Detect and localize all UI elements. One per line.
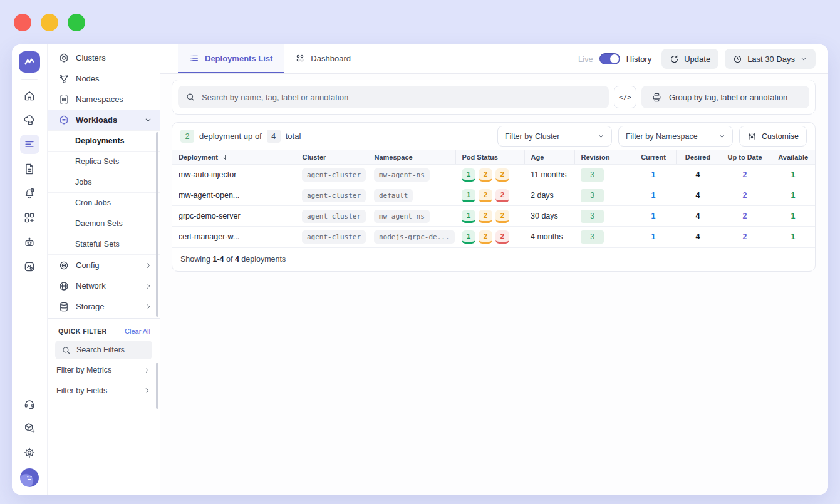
alerts-bell-icon[interactable]	[20, 183, 39, 203]
revision-cell: 3	[574, 227, 631, 247]
sort-descending-icon[interactable]	[222, 154, 229, 161]
group-by-button[interactable]: Group by tag, label or annotation	[641, 86, 809, 108]
logs-document-icon[interactable]	[20, 159, 39, 178]
tab-dashboard[interactable]: Dashboard	[284, 44, 362, 73]
pod-status-badge[interactable]: 1	[462, 230, 475, 244]
search-input[interactable]	[202, 93, 601, 102]
workloads-list-icon[interactable]	[20, 135, 39, 154]
sidebar-item-workloads[interactable]: Workloads	[48, 110, 160, 130]
search-box[interactable]	[178, 86, 609, 108]
age-cell: 30 days	[524, 206, 574, 227]
pod-status-badge[interactable]: 2	[495, 210, 509, 223]
column-header-cluster[interactable]: Cluster	[296, 150, 368, 165]
chevron-right-icon	[143, 366, 151, 374]
ai-assistant-icon[interactable]	[20, 232, 39, 252]
minimize-window-button[interactable]	[41, 14, 58, 31]
tab-deployments-list[interactable]: Deployments List	[178, 44, 284, 73]
sidebar-item-storage[interactable]: Storage	[48, 296, 160, 317]
middleware-logo[interactable]	[19, 51, 40, 73]
add-widget-icon[interactable]	[20, 208, 39, 227]
pod-status-badge[interactable]: 1	[462, 189, 475, 202]
sidebar-item-network[interactable]: Network	[48, 275, 160, 296]
table-row[interactable]: cert-manager-w... agent-cluster nodejs-g…	[172, 227, 816, 247]
sidebar-item-config[interactable]: Config	[48, 255, 160, 275]
tab-label: Deployments List	[205, 54, 272, 63]
column-header-revision[interactable]: Revision	[574, 150, 631, 165]
up-to-date-cell: 2	[720, 227, 770, 247]
submenu-item-stateful-sets[interactable]: Stateful Sets	[48, 234, 160, 254]
content-area: </> Group by tag, label or annotation 2 …	[160, 74, 828, 272]
time-range-dropdown[interactable]: Last 30 Days	[725, 49, 816, 69]
live-history-toggle[interactable]	[599, 53, 620, 64]
pod-status-badge[interactable]: 2	[479, 230, 492, 244]
column-header-up-to-date[interactable]: Up to Date	[720, 150, 770, 165]
available-cell: 1	[770, 185, 816, 206]
revision-cell: 3	[574, 185, 631, 206]
support-headset-icon[interactable]	[20, 394, 39, 413]
settings-gear-icon[interactable]	[20, 443, 39, 462]
column-header-deployment[interactable]: Deployment	[172, 150, 296, 165]
close-window-button[interactable]	[14, 14, 31, 31]
query-syntax-button[interactable]: </>	[614, 86, 636, 108]
column-header-available[interactable]: Available	[770, 150, 816, 165]
deployment-name[interactable]: mw-agent-open...	[172, 185, 296, 206]
toggle-knob	[610, 54, 619, 63]
clear-all-link[interactable]: Clear All	[125, 327, 150, 335]
pod-status-cell: 1 2 2	[455, 185, 524, 206]
maximize-window-button[interactable]	[68, 14, 85, 31]
sidebar-item-nodes[interactable]: Nodes	[48, 68, 160, 89]
chevron-right-icon	[145, 303, 152, 311]
pod-status-badge[interactable]: 2	[495, 230, 509, 244]
filter-scrollbar[interactable]	[156, 363, 158, 409]
namespace-pill: nodejs-grpc-de...	[374, 230, 455, 244]
current-cell: 1	[631, 227, 676, 247]
pod-status-badge[interactable]: 2	[479, 168, 492, 182]
submenu-label: Deployments	[75, 136, 125, 145]
integrations-package-icon[interactable]	[20, 418, 39, 438]
submenu-item-replica-sets[interactable]: Replica Sets	[48, 151, 160, 172]
search-filters-input[interactable]	[76, 346, 146, 354]
pod-status-badge[interactable]: 1	[462, 168, 475, 182]
user-avatar[interactable]	[20, 468, 39, 487]
network-globe-icon	[58, 280, 70, 292]
search-filters-box[interactable]	[55, 341, 152, 359]
available-cell: 1	[770, 165, 816, 185]
pod-status-badge[interactable]: 1	[462, 210, 475, 223]
home-icon[interactable]	[20, 86, 39, 105]
submenu-item-deployments[interactable]: Deployments	[48, 130, 160, 151]
deployment-name[interactable]: cert-manager-w...	[172, 227, 296, 247]
column-header-namespace[interactable]: Namespace	[368, 150, 455, 165]
submenu-item-daemon-sets[interactable]: Daemon Sets	[48, 213, 160, 234]
filter-by-namespace-select[interactable]: Filter by Namespace	[618, 126, 733, 147]
filter-by-metrics-item[interactable]: Filter by Metrics	[48, 359, 160, 380]
session-analytics-icon[interactable]	[20, 257, 39, 276]
customise-button[interactable]: Customise	[739, 126, 807, 147]
sidebar-item-namespaces[interactable]: Namespaces	[48, 89, 160, 110]
sliders-icon	[747, 131, 757, 141]
table-row[interactable]: mw-auto-injector agent-cluster mw-agent-…	[172, 165, 816, 185]
main-content: Deployments List Dashboard Live History …	[160, 44, 828, 495]
column-header-age[interactable]: Age	[524, 150, 574, 165]
deployment-name[interactable]: mw-auto-injector	[172, 165, 296, 185]
pod-status-badge[interactable]: 2	[495, 168, 509, 182]
cluster-cell: agent-cluster	[296, 206, 368, 227]
table-row[interactable]: mw-agent-open... agent-cluster default 1…	[172, 185, 816, 206]
submenu-item-cron-jobs[interactable]: Cron Jobs	[48, 192, 160, 213]
pod-status-badge[interactable]: 2	[479, 189, 492, 202]
table-row[interactable]: grpc-demo-server agent-cluster mw-agent-…	[172, 206, 816, 227]
filter-by-fields-item[interactable]: Filter by Fields	[48, 380, 160, 401]
column-header-current[interactable]: Current	[631, 150, 676, 165]
sidebar-scrollbar[interactable]	[156, 132, 158, 317]
pod-status-badge[interactable]: 2	[479, 210, 492, 223]
code-icon: </>	[619, 93, 631, 101]
pod-status-badge[interactable]: 2	[495, 189, 509, 202]
deployment-name[interactable]: grpc-demo-server	[172, 206, 296, 227]
infrastructure-icon[interactable]	[20, 110, 39, 130]
submenu-item-jobs[interactable]: Jobs	[48, 172, 160, 192]
filter-by-cluster-select[interactable]: Filter by Cluster	[497, 126, 612, 147]
sidebar-item-clusters[interactable]: Clusters	[48, 48, 160, 68]
column-header-desired[interactable]: Desired	[676, 150, 720, 165]
update-button[interactable]: Update	[661, 49, 718, 69]
cluster-cell: agent-cluster	[296, 227, 368, 247]
column-header-pod-status[interactable]: Pod Status	[455, 150, 524, 165]
